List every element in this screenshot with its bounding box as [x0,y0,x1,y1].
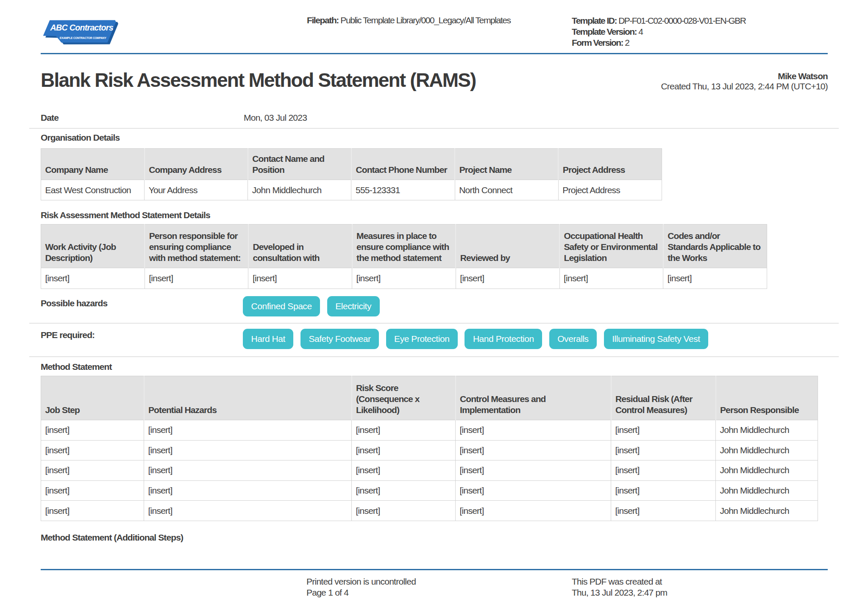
svg-text:ABC Contractors: ABC Contractors [50,23,114,32]
svg-text:EXAMPLE CONTRACTOR COMPANY: EXAMPLE CONTRACTOR COMPANY [60,36,107,39]
